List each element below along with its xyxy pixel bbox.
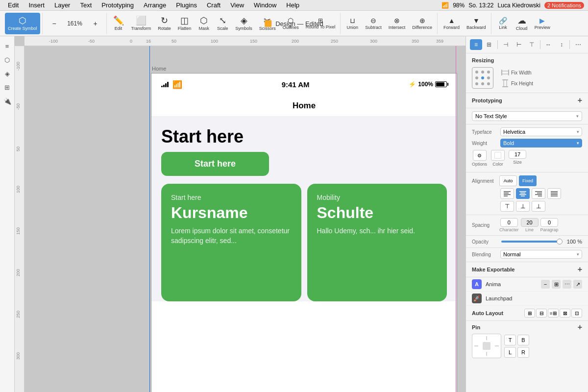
forward-button[interactable]: ▲ Forward [441,13,463,34]
menu-prototyping[interactable]: Prototyping [98,0,138,10]
typeface-dropdown[interactable]: Helvetica ▾ [500,127,582,136]
symbols-button[interactable]: ◈ Symbols [232,13,255,34]
auto-layout-icon-2[interactable]: ⊟ [536,309,547,318]
valign-bottom-button[interactable]: ⊥ [532,201,545,212]
zoom-out-button[interactable]: − [46,13,63,34]
menu-craft[interactable]: Craft [203,0,224,10]
transform-button[interactable]: ⬜ Transform [128,13,154,34]
character-spacing-input[interactable]: 0 [500,218,518,227]
edit-button[interactable]: ✏️ Edit [110,13,127,34]
preview-label: Preview [535,25,550,30]
canvas-viewport[interactable]: Home 📶 9:41 AM [24,46,466,392]
menu-arrange[interactable]: Arrange [140,0,170,10]
difference-button[interactable]: ⊕ Difference [409,13,435,34]
cloud-button[interactable]: ☁ Cloud [513,13,531,34]
auto-layout-icon-5[interactable]: ⊡ [571,309,582,318]
union-button[interactable]: ⊔ Union [343,13,361,34]
canvas-area[interactable]: -100 -50 0 16 50 100 150 200 250 300 350… [15,36,466,392]
pin-bottom-button[interactable]: B [517,335,529,345]
size-input[interactable]: 17 [509,150,526,159]
menu-help[interactable]: Help [282,0,303,10]
phone-cta-button[interactable]: Start here [161,152,269,176]
signal-bar-4 [167,82,169,87]
zoom-level-display[interactable]: 161% [64,13,86,34]
svg-text:359: 359 [436,39,443,44]
pin-top-button[interactable]: T [504,335,516,345]
auto-layout-icon-4[interactable]: ⊠ [560,309,570,318]
blending-dropdown[interactable]: Normal ▾ [500,250,582,259]
components-toggle[interactable]: ⬡ [1,54,13,66]
make-exportable-row[interactable]: Make Exportable + [466,262,588,277]
menu-text[interactable]: Text [76,0,96,10]
backward-button[interactable]: ▼ Backward [464,13,489,34]
backward-icon: ▼ [473,17,480,24]
shared-styles-toggle[interactable]: ◈ [1,68,13,79]
menu-edit[interactable]: Edit [4,0,23,10]
panel-icon-dist-h[interactable]: ↔ [542,39,555,50]
intersect-button[interactable]: ⊗ Intersect [386,13,409,34]
align-center-button[interactable] [516,188,530,199]
launchpad-layer-item[interactable]: 🚀 Launchpad [466,292,588,306]
color-block[interactable]: Color [491,150,505,167]
toolbar-group-order: ▲ Forward ▼ Backward [439,13,491,34]
alignment-fixed-button[interactable]: Fixed [519,175,537,186]
line-spacing-input[interactable]: 20 [521,218,539,227]
anima-grid-button[interactable]: ⊞ [552,280,561,289]
panel-icon-grid[interactable]: ⊞ [483,39,495,50]
flatten-button[interactable]: ◫ Flatten [175,13,195,34]
alignment-auto-button[interactable]: Auto [499,175,517,186]
valign-top-button[interactable]: ⊤ [500,201,514,212]
align-justify-button[interactable] [547,188,561,199]
options-icon: ⚙ [473,150,487,161]
anima-arrow-button[interactable]: ↗ [573,280,582,289]
panel-icon-more[interactable]: ⋯ [572,39,584,50]
auto-layout-icon-1[interactable]: ⊞ [524,309,535,318]
align-left-button[interactable] [500,188,514,199]
panel-icon-align-left[interactable]: ⊣ [499,39,512,50]
rotate-button[interactable]: ↻ Rotate [155,13,174,34]
anima-more-button[interactable]: ⋯ [563,280,571,289]
scale-button[interactable]: ⤡ Scale [214,13,231,34]
menu-insert[interactable]: Insert [24,0,49,10]
anima-minus-button[interactable]: − [541,280,550,289]
ruler-horizontal: -100 -50 0 16 50 100 150 200 250 300 350… [24,36,466,46]
prototyping-add-button[interactable]: + [578,96,582,105]
options-block[interactable]: ⚙ Options [472,150,487,167]
pin-right-button[interactable]: R [517,347,529,358]
preview-button[interactable]: ▶ Preview [532,13,553,34]
notification-badge[interactable]: 2 Notifications [544,2,584,9]
status-left: 📶 [161,80,182,89]
link-icon: 🔗 [499,17,507,24]
exportable-add-button[interactable]: + [578,265,582,274]
symbols-toggle[interactable]: ⊞ [1,81,13,93]
difference-icon: ⊕ [419,17,425,24]
mask-button[interactable]: ⬡ Mask [195,13,213,34]
panel-icon-align-center[interactable]: ⊢ [513,39,525,50]
menu-layer[interactable]: Layer [50,0,74,10]
valign-middle-button[interactable]: ⊥ [516,201,530,212]
create-symbol-button[interactable]: ⬡ Create Symbol [5,13,40,34]
menu-plugins[interactable]: Plugins [172,0,201,10]
status-time: 9:41 AM [182,80,409,89]
panel-icon-align-right[interactable]: ⊤ [526,39,538,50]
plugins-toggle[interactable]: 🔌 [1,95,13,107]
paragraph-spacing-input[interactable]: 0 [540,218,558,227]
anima-layer-item[interactable]: A Anima − ⊞ ⋯ ↗ [466,277,588,292]
menu-window[interactable]: Window [250,0,280,10]
pin-add-button[interactable]: + [578,323,582,332]
zoom-in-button[interactable]: + [87,13,104,34]
size-block[interactable]: 17 Size [509,150,526,165]
subtract-button[interactable]: ⊖ Subtract [362,13,385,34]
card-2-subtitle: Mobility [317,194,438,201]
panel-icon-design[interactable]: ≡ [470,39,482,50]
layers-toggle[interactable]: ≡ [1,40,13,52]
pin-left-button[interactable]: L [504,347,516,358]
link-button[interactable]: 🔗 Link [494,13,512,34]
weight-dropdown[interactable]: Bold ▾ [500,139,582,147]
opacity-slider[interactable] [501,241,563,243]
panel-icon-dist-v[interactable]: ↕ [556,39,568,50]
align-right-button[interactable] [532,188,545,199]
menu-view[interactable]: View [226,0,248,10]
auto-layout-icon-3[interactable]: ≡⊞ [548,309,559,318]
text-style-dropdown[interactable]: No Text Style ▾ [472,111,582,121]
